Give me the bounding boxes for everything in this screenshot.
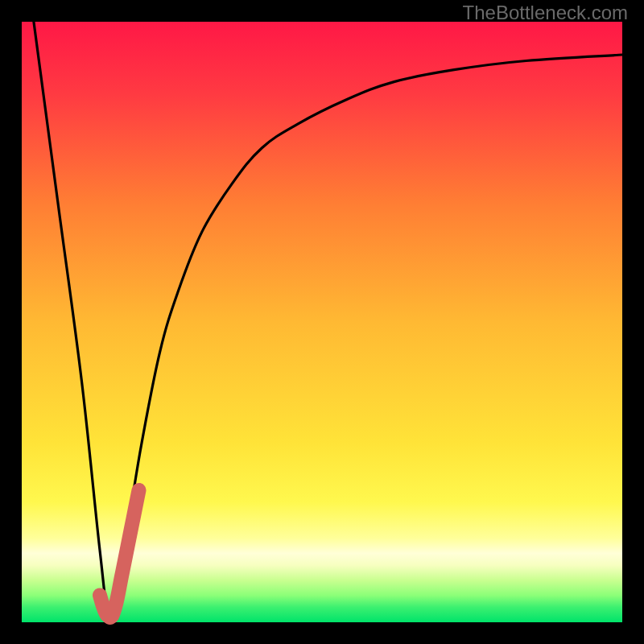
watermark-text: TheBottleneck.com [463,2,628,24]
chart-frame: TheBottleneck.com [0,0,644,644]
bottleneck-chart [22,22,622,622]
